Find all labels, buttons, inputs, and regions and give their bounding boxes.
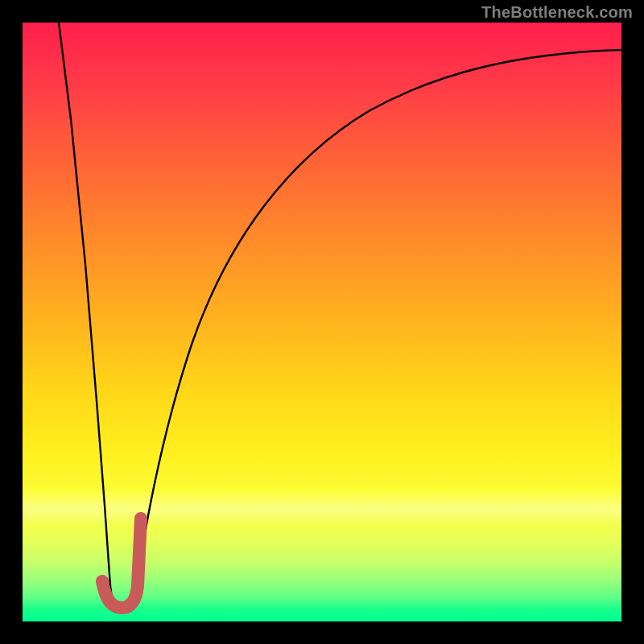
plot-area	[23, 23, 621, 621]
curve-layer	[23, 23, 621, 621]
watermark-text: TheBottleneck.com	[481, 3, 633, 22]
chart-frame: TheBottleneck.com	[0, 0, 644, 644]
bottleneck-curve-right	[132, 50, 621, 610]
bottleneck-curve-left	[59, 23, 114, 610]
